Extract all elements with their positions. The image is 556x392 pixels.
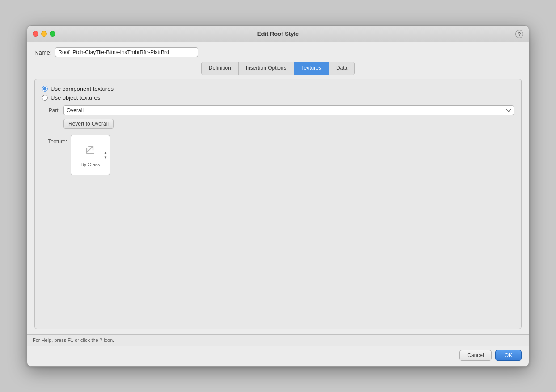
bottom-buttons: Cancel OK (27, 346, 529, 366)
ok-button[interactable]: OK (495, 350, 522, 361)
window-body: Name: Definition Insertion Options Textu… (27, 42, 529, 334)
traffic-lights (33, 31, 55, 37)
texture-row: Texture: By Class ▲ ▼ (42, 135, 514, 175)
revert-to-overall-button[interactable]: Revert to Overall (63, 119, 114, 129)
texture-stepper: ▲ ▼ (103, 150, 108, 160)
close-button[interactable] (33, 31, 38, 37)
stepper-down[interactable]: ▼ (103, 155, 108, 160)
tab-textures[interactable]: Textures (294, 62, 329, 75)
minimize-button[interactable] (41, 31, 47, 37)
radio-object-textures[interactable] (42, 95, 48, 101)
status-bar: For Help, press F1 or click the ? icon. (27, 334, 529, 346)
tabs-row: Definition Insertion Options Textures Da… (34, 62, 522, 75)
texture-label: Texture: (42, 135, 67, 145)
maximize-button[interactable] (50, 31, 55, 37)
part-label: Part: (42, 107, 60, 114)
name-input[interactable] (55, 47, 198, 57)
tab-definition[interactable]: Definition (201, 62, 239, 75)
texture-icon (83, 143, 97, 160)
help-button[interactable]: ? (515, 30, 523, 38)
radio-object-label: Use object textures (51, 94, 100, 101)
name-row: Name: (34, 47, 522, 57)
radio-component-row: Use component textures (42, 85, 514, 92)
radio-component-textures[interactable] (42, 86, 48, 92)
tab-insertion-options[interactable]: Insertion Options (239, 62, 294, 75)
texture-selector[interactable]: By Class ▲ ▼ (71, 135, 110, 175)
texture-name: By Class (80, 162, 100, 167)
part-select[interactable]: Overall (63, 105, 514, 115)
cancel-button[interactable]: Cancel (459, 350, 491, 361)
edit-roof-style-window: Edit Roof Style ? Name: Definition Inser… (27, 25, 529, 366)
part-row: Part: Overall (42, 105, 514, 115)
status-text: For Help, press F1 or click the ? icon. (33, 337, 114, 343)
name-label: Name: (34, 49, 51, 56)
tab-data[interactable]: Data (329, 62, 355, 75)
radio-component-label: Use component textures (51, 85, 114, 92)
content-area: Use component textures Use object textur… (34, 79, 522, 329)
title-bar: Edit Roof Style ? (27, 26, 529, 42)
radio-group: Use component textures Use object textur… (42, 85, 514, 101)
window-title: Edit Roof Style (257, 30, 299, 37)
stepper-up[interactable]: ▲ (103, 150, 108, 155)
radio-object-row: Use object textures (42, 94, 514, 101)
